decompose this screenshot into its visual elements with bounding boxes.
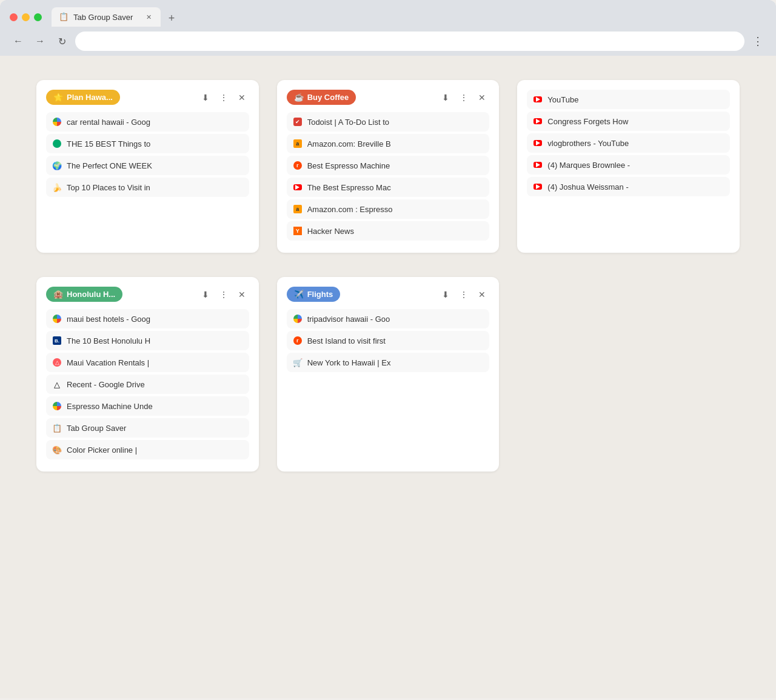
close-group-icon[interactable]: ✕ xyxy=(235,287,249,302)
close-button[interactable] xyxy=(10,13,18,21)
tab-item-title: The Perfect ONE WEEK xyxy=(67,161,243,170)
group-label-honolulu[interactable]: 🏨 Honolulu H... xyxy=(46,287,122,302)
tab-close-button[interactable]: ✕ xyxy=(144,12,153,22)
tab-item[interactable]: car rental hawaii - Goog xyxy=(46,112,249,132)
new-tab-button[interactable]: + xyxy=(163,10,180,27)
group-label-buy-coffee[interactable]: ☕ Buy Coffee xyxy=(287,90,356,105)
group-label-emoji: ✈️ xyxy=(294,290,304,299)
tab-item-title: car rental hawaii - Goog xyxy=(67,118,243,127)
tab-item-title: Espresso Machine Unde xyxy=(67,402,243,411)
more-icon[interactable]: ⋮ xyxy=(216,90,231,105)
airbnb-favicon-icon: △ xyxy=(52,358,62,367)
tab-item[interactable]: 🌍 The Perfect ONE WEEK xyxy=(46,156,249,175)
forward-button[interactable]: → xyxy=(32,33,48,50)
tab-item[interactable]: Espresso Machine Unde xyxy=(46,396,249,416)
reddit-favicon-icon: r xyxy=(293,336,303,345)
youtube-favicon-icon xyxy=(533,116,543,126)
tab-bar: 📋 Tab Group Saver ✕ + xyxy=(52,7,180,27)
tab-item[interactable]: △ Maui Vacation Rentals | xyxy=(46,353,249,372)
tab-title: Tab Group Saver xyxy=(73,13,139,22)
google-drive-favicon-icon: △ xyxy=(52,379,62,389)
close-group-icon[interactable]: ✕ xyxy=(475,287,489,302)
download-icon[interactable]: ⬇ xyxy=(198,287,213,302)
google-favicon-icon xyxy=(52,314,62,324)
group-label-plan-hawaii[interactable]: 🌟 Plan Hawa... xyxy=(46,90,120,105)
more-icon[interactable]: ⋮ xyxy=(457,90,471,105)
tab-item-title: Todoist | A To-Do List to xyxy=(307,118,484,127)
tab-item[interactable]: YouTube xyxy=(527,90,730,109)
group-header-actions: ⬇ ⋮ ✕ xyxy=(198,90,249,105)
tab-item[interactable]: (4) Marques Brownlee - xyxy=(527,155,730,175)
menu-button[interactable]: ⋮ xyxy=(749,33,766,50)
tab-item[interactable]: △ Recent - Google Drive xyxy=(46,375,249,394)
tab-item-title: Maui Vacation Rentals | xyxy=(67,358,243,367)
tab-item[interactable]: Y Hacker News xyxy=(287,221,490,241)
download-icon[interactable]: ⬇ xyxy=(438,90,453,105)
address-bar[interactable] xyxy=(75,32,744,51)
group-header-buy-coffee: ☕ Buy Coffee ⬇ ⋮ ✕ xyxy=(287,90,490,105)
tab-item-title: Best Island to visit first xyxy=(307,336,484,345)
tab-item-title: Amazon.com : Espresso xyxy=(307,205,484,214)
group-header-honolulu: 🏨 Honolulu H... ⬇ ⋮ ✕ xyxy=(46,287,249,302)
tab-item[interactable]: Congress Forgets How xyxy=(527,112,730,131)
tab-item[interactable]: ✔ Todoist | A To-Do List to xyxy=(287,112,490,132)
tab-item[interactable]: maui best hotels - Goog xyxy=(46,309,249,328)
title-bar: 📋 Tab Group Saver ✕ + xyxy=(0,0,776,27)
banana-favicon-icon: 🍌 xyxy=(52,182,62,192)
close-group-icon[interactable]: ✕ xyxy=(475,90,489,105)
tab-item-title: Hacker News xyxy=(307,227,484,236)
browser-window: 📋 Tab Group Saver ✕ + ← → ↻ ⋮ xyxy=(0,0,776,56)
amazon-favicon-icon: a xyxy=(293,139,303,148)
tab-item-title: (4) Joshua Weissman - xyxy=(547,182,724,192)
tab-item[interactable]: tripadvisor hawaii - Goo xyxy=(287,309,490,328)
page-content: 🌟 Plan Hawa... ⬇ ⋮ ✕ car rental hawaii -… xyxy=(0,56,776,698)
close-group-icon[interactable]: ✕ xyxy=(235,90,249,105)
tab-item-title: tripadvisor hawaii - Goo xyxy=(307,315,484,324)
tab-item[interactable]: B. The 10 Best Honolulu H xyxy=(46,331,249,350)
tab-item[interactable]: vlogbrothers - YouTube xyxy=(527,133,730,153)
groups-row-2: 🏨 Honolulu H... ⬇ ⋮ ✕ maui best hotels -… xyxy=(36,277,740,472)
reload-button[interactable]: ↻ xyxy=(53,33,70,50)
tab-item[interactable]: 🎨 Color Picker online | xyxy=(46,440,249,459)
youtube-favicon-icon xyxy=(533,95,543,104)
tab-item-title: Recent - Google Drive xyxy=(67,380,243,389)
group-label-text: Buy Coffee xyxy=(307,93,349,102)
tab-item[interactable]: a Amazon.com : Espresso xyxy=(287,199,490,219)
maximize-button[interactable] xyxy=(34,13,42,21)
google-favicon-icon xyxy=(293,314,303,324)
download-icon[interactable]: ⬇ xyxy=(438,287,453,302)
tab-item[interactable]: 🍌 Top 10 Places to Visit in xyxy=(46,178,249,197)
tripadvisor-favicon-icon xyxy=(52,139,62,148)
tab-group-honolulu: 🏨 Honolulu H... ⬇ ⋮ ✕ maui best hotels -… xyxy=(36,277,259,472)
group-header-plan-hawaii: 🌟 Plan Hawa... ⬇ ⋮ ✕ xyxy=(46,90,249,105)
download-icon[interactable]: ⬇ xyxy=(198,90,213,105)
tab-group-youtube: YouTube Congress Forgets How vlogbrother… xyxy=(517,80,740,253)
group-header-flights: ✈️ Flights ⬇ ⋮ ✕ xyxy=(287,287,490,302)
empty-column xyxy=(517,277,740,472)
youtube-favicon-icon xyxy=(533,182,543,192)
tab-item-title: vlogbrothers - YouTube xyxy=(547,139,724,148)
tab-item[interactable]: 📋 Tab Group Saver xyxy=(46,418,249,438)
group-label-emoji: 🏨 xyxy=(53,290,63,299)
tab-item-title: Congress Forgets How xyxy=(547,117,724,126)
tab-item[interactable]: THE 15 BEST Things to xyxy=(46,134,249,153)
tab-item[interactable]: a Amazon.com: Breville B xyxy=(287,134,490,153)
tab-item[interactable]: The Best Espresso Mac xyxy=(287,178,490,197)
tab-item[interactable]: 🛒 New York to Hawaii | Ex xyxy=(287,353,490,372)
tab-favicon-icon: 📋 xyxy=(59,12,69,22)
tab-item-title: Color Picker online | xyxy=(67,445,243,455)
group-label-flights[interactable]: ✈️ Flights xyxy=(287,287,341,302)
toolbar: ← → ↻ ⋮ xyxy=(0,27,776,56)
todoist-favicon-icon: ✔ xyxy=(293,117,303,127)
globe-favicon-icon: 🌍 xyxy=(52,161,62,170)
minimize-button[interactable] xyxy=(22,13,30,21)
active-tab[interactable]: 📋 Tab Group Saver ✕ xyxy=(52,7,161,27)
tab-item[interactable]: r Best Island to visit first xyxy=(287,331,490,350)
tab-item[interactable]: (4) Joshua Weissman - xyxy=(527,177,730,196)
back-button[interactable]: ← xyxy=(10,33,27,50)
more-icon[interactable]: ⋮ xyxy=(216,287,231,302)
more-icon[interactable]: ⋮ xyxy=(457,287,471,302)
tab-item[interactable]: r Best Espresso Machine xyxy=(287,156,490,175)
reddit-favicon-icon: r xyxy=(293,161,303,170)
google-favicon-icon xyxy=(52,117,62,127)
